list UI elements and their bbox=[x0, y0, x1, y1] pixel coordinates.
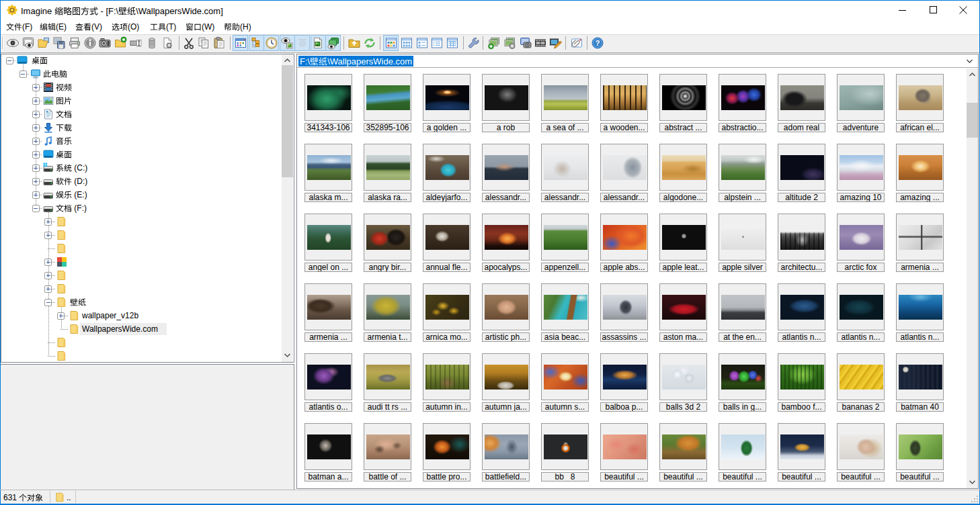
svg-text:?: ? bbox=[596, 39, 600, 47]
